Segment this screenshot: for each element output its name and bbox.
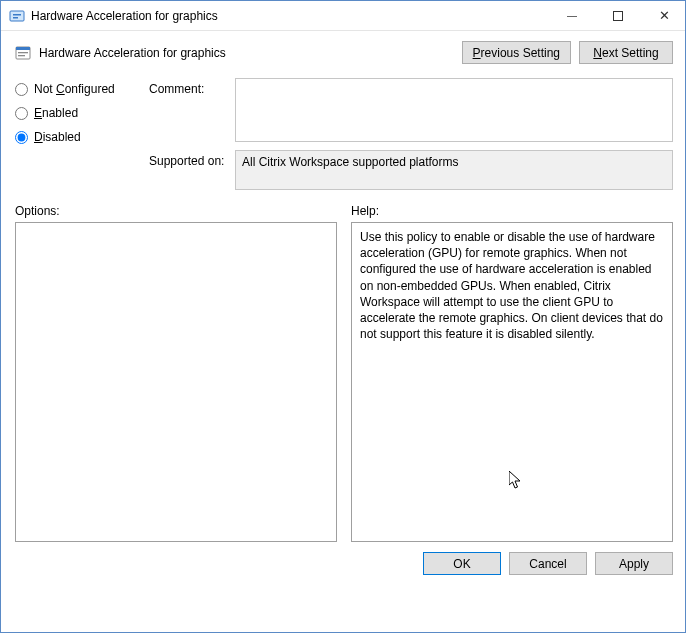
radio-enabled-input[interactable] [15, 107, 28, 120]
dialog-buttons: OK Cancel Apply [15, 552, 673, 575]
svg-rect-1 [13, 14, 21, 16]
state-radio-group: Not Configured Enabled Disabled [15, 78, 135, 190]
maximize-button[interactable] [595, 1, 641, 31]
radio-disabled-input[interactable] [15, 131, 28, 144]
previous-setting-button[interactable]: Previous Setting [462, 41, 571, 64]
radio-not-configured-input[interactable] [15, 83, 28, 96]
radio-not-configured-label: Not Configured [34, 82, 115, 96]
svg-rect-5 [16, 47, 30, 50]
header-title: Hardware Acceleration for graphics [39, 46, 226, 60]
next-setting-button[interactable]: Next Setting [579, 41, 673, 64]
cancel-button[interactable]: Cancel [509, 552, 587, 575]
radio-disabled-label: Disabled [34, 130, 81, 144]
options-pane[interactable] [15, 222, 337, 542]
svg-rect-2 [13, 17, 18, 19]
svg-rect-6 [18, 52, 28, 53]
svg-rect-7 [18, 55, 25, 56]
minimize-button[interactable]: — [549, 1, 595, 31]
help-label: Help: [351, 204, 673, 218]
close-button[interactable]: ✕ [641, 1, 686, 31]
comment-input[interactable] [235, 78, 673, 142]
policy-icon [15, 45, 31, 61]
supported-on-label: Supported on: [149, 150, 229, 190]
radio-enabled-label: Enabled [34, 106, 78, 120]
titlebar: Hardware Acceleration for graphics — ✕ [1, 1, 686, 31]
comment-label: Comment: [149, 78, 229, 142]
radio-disabled[interactable]: Disabled [15, 130, 135, 144]
radio-enabled[interactable]: Enabled [15, 106, 135, 120]
app-icon [9, 8, 25, 24]
svg-rect-3 [614, 11, 623, 20]
help-pane[interactable]: Use this policy to enable or disable the… [351, 222, 673, 542]
header-row: Hardware Acceleration for graphics Previ… [15, 41, 673, 64]
ok-button[interactable]: OK [423, 552, 501, 575]
apply-button[interactable]: Apply [595, 552, 673, 575]
options-label: Options: [15, 204, 337, 218]
window-title: Hardware Acceleration for graphics [31, 9, 218, 23]
svg-rect-0 [10, 11, 24, 21]
radio-not-configured[interactable]: Not Configured [15, 82, 135, 96]
supported-on-value: All Citrix Workspace supported platforms [235, 150, 673, 190]
